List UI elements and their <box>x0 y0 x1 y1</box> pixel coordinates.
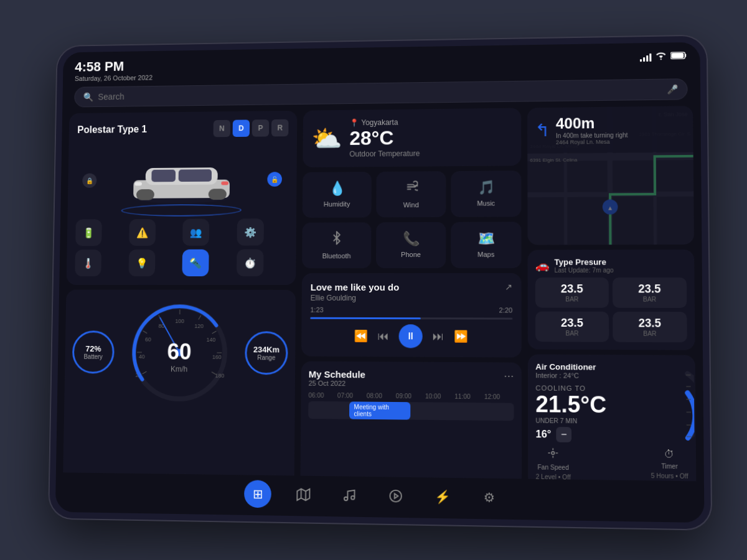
right-panel: ▲ r. San Jose 1901 Thornridge Cir. S 246… <box>527 106 696 481</box>
schedule-title: My Schedule <box>309 369 365 380</box>
mic-icon[interactable]: 🎤 <box>667 84 678 94</box>
svg-text:100: 100 <box>175 318 184 324</box>
share-icon[interactable]: ↗ <box>505 282 512 292</box>
action-phone[interactable]: 📞 Phone <box>376 222 446 268</box>
nav-card: ▲ r. San Jose 1901 Thornridge Cir. S 246… <box>527 106 694 245</box>
timeline: 06:00 07:00 08:00 09:00 10:00 11:00 12:0… <box>308 392 514 421</box>
timeline-bar: Meeting with clients <box>308 401 514 421</box>
nav-overlay: ↰ 400m In 400m take turning right 2464 R… <box>527 106 693 153</box>
screen: 4:58 PM Saturday, 26 October 2022 <box>55 42 705 523</box>
weather-location: 📍 Yogyakarta <box>350 118 420 127</box>
ctrl-timer[interactable]: ⏱️ <box>237 250 263 277</box>
prev-button[interactable]: ⏮ <box>378 330 389 343</box>
svg-text:140: 140 <box>207 337 216 343</box>
nav-distance-block: 400m In 400m take turning right 2464 Roy… <box>556 114 628 145</box>
street-label-4: 6391 Elgin St. Celina <box>530 157 577 163</box>
wind-icon <box>404 180 418 197</box>
rewind-button[interactable]: ⏪ <box>354 329 368 343</box>
main-content: Polestar Type 1 N D P R 🔒 <box>56 106 704 481</box>
total-time: 2:20 <box>499 306 513 314</box>
play-pause-button[interactable]: ⏸ <box>399 324 423 348</box>
ac-card: Air Conditioner Interior : 24°C COOLING … <box>528 354 696 481</box>
left-panel: Polestar Type 1 N D P R 🔒 <box>63 111 297 482</box>
event-block[interactable]: Meeting with clients <box>349 401 411 419</box>
tire-header: 🚗 Type Presure Last Update: 7m ago <box>535 257 687 274</box>
tire-fr: 23.5 BAR <box>613 278 687 308</box>
nav-distance: 400m <box>556 114 628 132</box>
tire-rl: 23.5 BAR <box>535 312 609 342</box>
nav-media[interactable] <box>382 482 410 510</box>
status-icons <box>640 51 687 62</box>
nav-settings[interactable]: ⚙ <box>475 483 503 512</box>
ctrl-light[interactable]: 💡 <box>128 250 155 276</box>
gauge-section: 72% Battery <box>63 290 296 482</box>
nav-charge[interactable]: ⚡ <box>428 483 456 511</box>
search-input[interactable] <box>98 85 662 102</box>
music-action-label: Music <box>477 200 495 207</box>
svg-text:120: 120 <box>194 323 204 329</box>
ctrl-warning[interactable]: ⚠️ <box>129 219 156 246</box>
action-music[interactable]: 🎵 Music <box>451 170 521 217</box>
nav-music[interactable] <box>336 481 363 509</box>
action-humidity[interactable]: 💧 Humidity <box>303 172 372 218</box>
search-bar[interactable]: 🔍 🎤 <box>74 78 687 107</box>
nav-map[interactable] <box>289 480 317 508</box>
nav-instruction-text: In 400m take turning right <box>556 132 628 139</box>
gear-selector: N D P R <box>214 119 289 138</box>
time-row: 1:23 2:20 <box>310 306 512 314</box>
svg-line-17 <box>199 315 201 320</box>
svg-rect-7 <box>151 170 176 182</box>
svg-text:60: 60 <box>145 336 151 342</box>
next-button[interactable]: ⏭ <box>433 330 444 343</box>
music-controls: ⏪ ⏮ ⏸ ⏭ ⏩ <box>310 324 512 349</box>
tire-fl: 23.5 BAR <box>535 278 609 308</box>
lock-right-icon[interactable]: 🔓 <box>267 172 282 187</box>
fast-forward-button[interactable]: ⏩ <box>454 330 467 343</box>
bottom-nav: ⊞ ⚡ ⚙ <box>55 472 705 523</box>
ctrl-engine[interactable]: ⚙️ <box>237 218 263 246</box>
svg-point-47 <box>552 452 555 455</box>
svg-rect-6 <box>209 189 227 200</box>
schedule-date: 25 Oct 2022 <box>309 380 365 388</box>
schedule-card: My Schedule 25 Oct 2022 ⋯ 06:00 07:00 08… <box>301 362 522 482</box>
gear-d[interactable]: D <box>233 119 250 137</box>
humidity-icon: 💧 <box>329 180 345 197</box>
lock-left-icon[interactable]: 🔒 <box>82 173 96 187</box>
search-icon: 🔍 <box>83 92 93 102</box>
wifi-icon <box>655 52 667 62</box>
action-bluetooth[interactable]: Bluetooth <box>302 222 371 268</box>
ctrl-person[interactable]: 👥 <box>182 219 209 246</box>
progress-bar[interactable] <box>310 317 512 320</box>
fan-speed-label: Fan Speed <box>537 464 568 471</box>
svg-line-18 <box>212 331 217 334</box>
more-options-icon[interactable]: ⋯ <box>504 370 514 382</box>
schedule-title-block: My Schedule 25 Oct 2022 <box>309 369 365 388</box>
ac-gauge-svg <box>642 366 694 444</box>
song-info: Love me like you do Ellie Goulding <box>311 282 400 302</box>
time-block: 4:58 PM Saturday, 26 October 2022 <box>75 60 153 83</box>
svg-text:180: 180 <box>215 373 225 379</box>
nav-home[interactable]: ⊞ <box>244 480 271 508</box>
ctrl-headlight[interactable]: 🔦 <box>182 250 209 276</box>
ctrl-battery[interactable]: 🔋 <box>75 219 102 246</box>
ctrl-heat[interactable]: 🌡️ <box>75 250 101 276</box>
nav-street-name: 2464 Royal Ln. Mesa <box>556 139 628 146</box>
action-wind[interactable]: Wind <box>376 171 446 217</box>
gear-n[interactable]: N <box>214 120 230 138</box>
gear-p[interactable]: P <box>252 119 270 137</box>
maps-label: Maps <box>477 251 494 258</box>
ac-minus-button[interactable]: − <box>557 427 572 442</box>
tire-info: Type Presure Last Update: 7m ago <box>554 257 613 273</box>
timer-control: ⏱ Timer 5 Hours • Off <box>651 449 688 482</box>
speed-display: 60 Km/h <box>167 338 192 373</box>
music-action-icon: 🎵 <box>477 180 494 196</box>
weather-info: 📍 Yogyakarta 28°C Outdoor Temperature <box>349 118 420 158</box>
controls-grid: 🔋 ⚠️ 👥 ⚙️ 🌡️ 💡 🔦 ⏱️ <box>75 218 288 276</box>
svg-text:▲: ▲ <box>607 204 613 211</box>
action-maps[interactable]: 🗺️ Maps <box>451 222 521 268</box>
svg-rect-1 <box>672 53 684 58</box>
gear-r[interactable]: R <box>271 119 289 137</box>
svg-text:160: 160 <box>212 354 222 360</box>
tablet-frame: 4:58 PM Saturday, 26 October 2022 <box>48 34 712 530</box>
range-gauge: 234Km Range <box>245 331 288 375</box>
